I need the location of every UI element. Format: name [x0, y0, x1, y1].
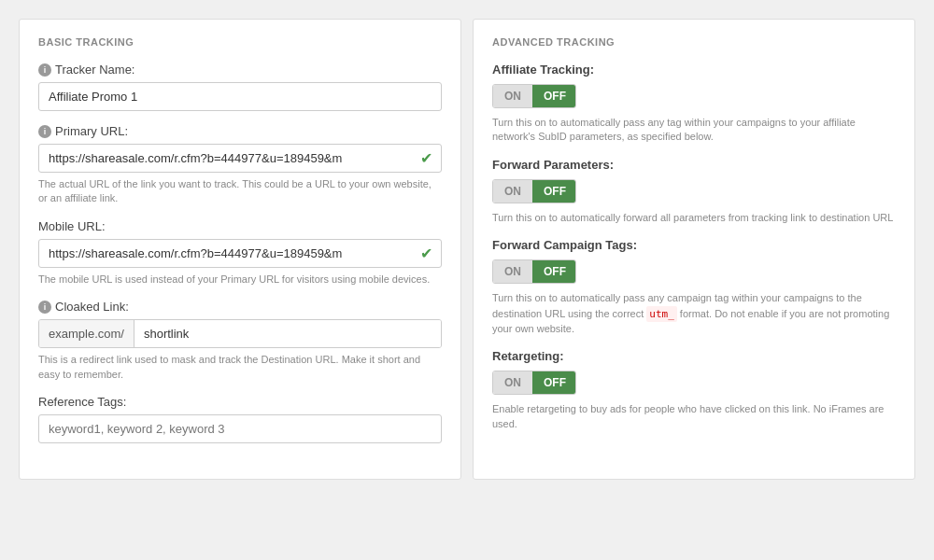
mobile-url-check-icon: ✔ [420, 245, 432, 262]
tracker-name-info-icon[interactable]: i [38, 63, 51, 77]
forward-parameters-hint: Turn this on to automatically forward al… [492, 211, 896, 225]
forward-parameters-toggle: ON OFF [492, 179, 576, 203]
reference-tags-input[interactable] [38, 414, 442, 443]
primary-url-hint: The actual URL of the link you want to t… [38, 177, 442, 206]
retargeting-on-btn[interactable]: ON [493, 371, 532, 394]
advanced-tracking-panel: ADVANCED TRACKING Affiliate Tracking: ON… [473, 19, 915, 480]
tracker-name-input[interactable] [38, 82, 442, 111]
forward-parameters-on-btn[interactable]: ON [493, 180, 532, 203]
reference-tags-group: Reference Tags: [38, 395, 442, 443]
basic-tracking-title: BASIC TRACKING [38, 36, 442, 48]
primary-url-input-wrapper: ✔ [38, 144, 442, 173]
forward-campaign-tags-off-btn[interactable]: OFF [532, 260, 576, 283]
forward-parameters-row: Forward Parameters: ON OFF Turn this on … [492, 158, 896, 225]
cloaked-link-info-icon[interactable]: i [38, 301, 51, 314]
mobile-url-group: Mobile URL: ✔ The mobile URL is used ins… [38, 219, 442, 287]
mobile-url-hint: The mobile URL is used instead of your P… [38, 273, 442, 287]
forward-campaign-tags-on-btn[interactable]: ON [493, 260, 532, 283]
affiliate-tracking-toggle: ON OFF [492, 84, 576, 108]
reference-tags-label: Reference Tags: [38, 395, 442, 409]
forward-campaign-tags-hint: Turn this on to automatically pass any c… [492, 291, 896, 336]
mobile-url-label: Mobile URL: [38, 219, 442, 233]
forward-campaign-tags-toggle: ON OFF [492, 259, 576, 284]
primary-url-check-icon: ✔ [420, 149, 432, 167]
forward-parameters-label: Forward Parameters: [492, 158, 896, 172]
affiliate-tracking-label: Affiliate Tracking: [492, 63, 896, 77]
tracker-name-group: i Tracker Name: [38, 63, 442, 111]
primary-url-label: i Primary URL: [38, 124, 442, 138]
utm-code: utm_ [646, 306, 677, 322]
affiliate-tracking-on-btn[interactable]: ON [493, 85, 532, 107]
affiliate-tracking-row: Affiliate Tracking: ON OFF Turn this on … [492, 63, 896, 145]
cloaked-shortlink-input[interactable] [134, 320, 441, 347]
mobile-url-input-wrapper: ✔ [38, 239, 442, 268]
primary-url-input[interactable] [38, 144, 442, 173]
retargeting-toggle: ON OFF [492, 371, 576, 395]
cloaked-link-hint: This is a redirect link used to mask and… [38, 353, 442, 382]
main-container: BASIC TRACKING i Tracker Name: i Primary… [19, 19, 915, 480]
mobile-url-input[interactable] [38, 239, 442, 268]
cloaked-link-wrapper: example.com/ [38, 319, 442, 348]
retargeting-row: Retargeting: ON OFF Enable retargeting t… [492, 349, 896, 431]
reference-tags-input-wrapper [38, 414, 442, 443]
forward-parameters-off-btn[interactable]: OFF [532, 180, 576, 203]
cloaked-link-label: i Cloaked Link: [38, 300, 442, 314]
affiliate-tracking-hint: Turn this on to automatically pass any t… [492, 116, 896, 145]
primary-url-group: i Primary URL: ✔ The actual URL of the l… [38, 124, 442, 206]
tracker-name-input-wrapper [38, 82, 442, 111]
cloaked-prefix: example.com/ [39, 320, 134, 347]
forward-campaign-tags-row: Forward Campaign Tags: ON OFF Turn this … [492, 238, 896, 336]
basic-tracking-panel: BASIC TRACKING i Tracker Name: i Primary… [19, 19, 461, 480]
advanced-tracking-title: ADVANCED TRACKING [492, 36, 896, 48]
retargeting-hint: Enable retargeting to buy ads for people… [492, 402, 896, 431]
affiliate-tracking-off-btn[interactable]: OFF [532, 85, 576, 107]
cloaked-link-group: i Cloaked Link: example.com/ This is a r… [38, 300, 442, 382]
retargeting-label: Retargeting: [492, 349, 896, 363]
primary-url-info-icon[interactable]: i [38, 125, 51, 138]
forward-campaign-tags-label: Forward Campaign Tags: [492, 238, 896, 252]
retargeting-off-btn[interactable]: OFF [532, 371, 576, 394]
tracker-name-label: i Tracker Name: [38, 63, 442, 77]
